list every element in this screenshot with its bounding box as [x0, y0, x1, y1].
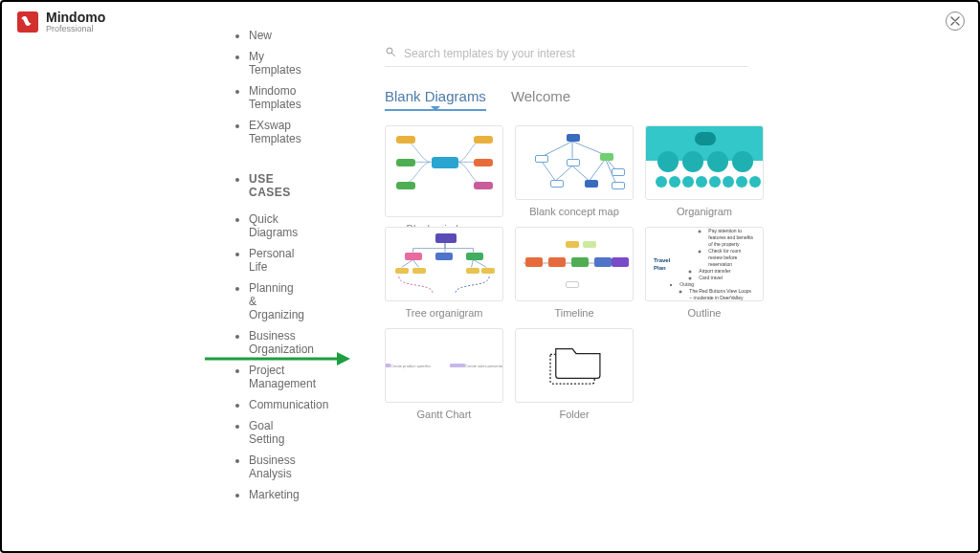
- sidebar: New My Templates Mindomo Templates EXswa…: [2, 19, 249, 505]
- tab-blank-diagrams[interactable]: Blank Diagrams: [385, 88, 486, 110]
- svg-point-0: [387, 48, 392, 54]
- template-card-outline[interactable]: Travel Plan Before departure Prepare tra…: [645, 227, 764, 319]
- search-bar[interactable]: [385, 42, 748, 67]
- template-label: Folder: [515, 409, 634, 420]
- template-label: Organigram: [645, 206, 764, 217]
- tab-bar: Blank Diagrams Welcome: [385, 88, 949, 110]
- main-panel: Blank Diagrams Welcome Blank mind map: [373, 42, 978, 551]
- tab-welcome[interactable]: Welcome: [511, 88, 570, 110]
- thumb-tree-organigram: [385, 227, 503, 301]
- template-card-gantt-chart[interactable]: Task Name Start Marketing Target market …: [385, 328, 503, 420]
- thumb-mind-map: [385, 125, 503, 217]
- svg-line-1: [392, 54, 395, 56]
- template-label: Timeline: [515, 307, 634, 319]
- template-grid: Blank mind map Blank concept map: [385, 125, 949, 420]
- close-icon: [950, 16, 960, 26]
- template-card-tree-organigram[interactable]: Tree organigram: [385, 227, 503, 319]
- search-icon: [385, 46, 396, 60]
- folder-icon: [545, 342, 604, 389]
- thumb-organigram: [645, 125, 764, 200]
- template-card-timeline[interactable]: Timeline: [515, 227, 634, 319]
- template-label: Outline: [645, 307, 764, 319]
- template-label: Blank concept map: [515, 206, 634, 217]
- thumb-folder: [515, 328, 634, 403]
- template-label: Tree organigram: [385, 307, 503, 319]
- close-button[interactable]: [946, 11, 965, 31]
- outline-sample-title: Travel Plan: [654, 256, 670, 273]
- thumb-outline: Travel Plan Before departure Prepare tra…: [645, 227, 764, 301]
- template-card-organigram[interactable]: Organigram: [645, 125, 764, 217]
- template-card-blank-concept-map[interactable]: Blank concept map: [515, 125, 634, 217]
- thumb-concept-map: [515, 125, 634, 200]
- template-label: Gantt Chart: [385, 409, 503, 420]
- template-card-folder[interactable]: Folder: [515, 328, 634, 420]
- search-input[interactable]: [404, 47, 710, 60]
- thumb-gantt-chart: Task Name Start Marketing Target market …: [385, 328, 503, 403]
- template-card-blank-mind-map[interactable]: Blank mind map: [385, 125, 503, 217]
- thumb-timeline: [515, 227, 634, 301]
